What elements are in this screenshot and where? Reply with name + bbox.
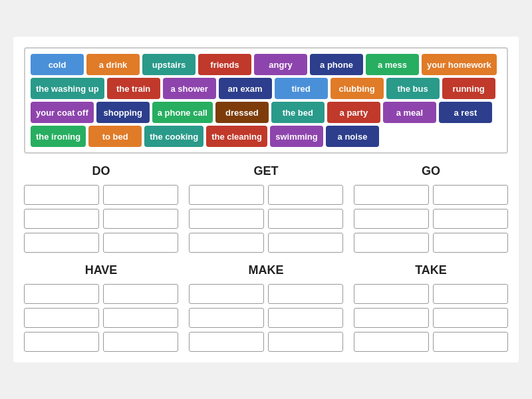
do-drop-grid [24, 185, 178, 253]
drop-box[interactable] [103, 284, 178, 304]
drop-box[interactable] [24, 308, 99, 328]
word-tile[interactable]: a phone call [152, 102, 213, 123]
word-tile[interactable]: the bus [386, 78, 440, 99]
word-tile[interactable]: a phone [310, 54, 363, 75]
drop-box[interactable] [24, 233, 99, 253]
drop-box[interactable] [354, 185, 429, 205]
category-get-title: GET [189, 164, 343, 178]
word-tile[interactable]: a noise [326, 126, 379, 147]
word-tile[interactable]: tired [275, 78, 328, 99]
drop-box[interactable] [354, 209, 429, 229]
word-tile[interactable]: friends [198, 54, 251, 75]
drop-box[interactable] [433, 185, 508, 205]
drop-box[interactable] [433, 233, 508, 253]
drop-box[interactable] [189, 308, 264, 328]
word-tile[interactable]: the ironing [31, 126, 86, 147]
word-tile[interactable]: the cleaning [206, 126, 267, 147]
drop-box[interactable] [103, 233, 178, 253]
drop-box[interactable] [268, 185, 343, 205]
word-tile[interactable]: the bed [271, 102, 325, 123]
drop-box[interactable] [433, 284, 508, 304]
drop-box[interactable] [268, 308, 343, 328]
main-container: colda drinkupstairsfriendsangrya phonea … [13, 37, 519, 362]
word-tile[interactable]: an exam [219, 78, 272, 99]
drop-box[interactable] [24, 332, 99, 352]
drop-box[interactable] [189, 233, 264, 253]
word-tile[interactable]: the cooking [144, 126, 203, 147]
word-tile[interactable]: your homework [422, 54, 497, 75]
category-take: TAKE [354, 263, 508, 352]
word-tile[interactable]: a party [327, 102, 380, 123]
have-drop-grid [24, 284, 178, 352]
word-tile[interactable]: dressed [215, 102, 269, 123]
category-make: MAKE [189, 263, 343, 352]
category-go: GO [354, 164, 508, 253]
word-tile[interactable]: a rest [439, 102, 492, 123]
word-tile[interactable]: swimming [270, 126, 323, 147]
make-drop-grid [189, 284, 343, 352]
drop-box[interactable] [103, 308, 178, 328]
drop-box[interactable] [103, 185, 178, 205]
word-tile[interactable]: a shower [163, 78, 216, 99]
drop-box[interactable] [268, 284, 343, 304]
get-drop-grid [189, 185, 343, 253]
word-tile[interactable]: your coat off [31, 102, 94, 123]
word-tile[interactable]: running [442, 78, 495, 99]
category-do: DO [24, 164, 178, 253]
tiles-area: colda drinkupstairsfriendsangrya phonea … [24, 47, 508, 154]
drop-box[interactable] [24, 209, 99, 229]
word-tile[interactable]: a mess [366, 54, 419, 75]
drop-box[interactable] [103, 332, 178, 352]
category-have: HAVE [24, 263, 178, 352]
categories-section-2: HAVE MAKE TAKE [24, 263, 508, 352]
category-go-title: GO [354, 164, 508, 178]
categories-section: DO GET GO [24, 164, 508, 253]
word-tile[interactable]: the train [107, 78, 160, 99]
drop-box[interactable] [268, 332, 343, 352]
drop-box[interactable] [433, 209, 508, 229]
word-tile[interactable]: a meal [383, 102, 436, 123]
category-take-title: TAKE [354, 263, 508, 277]
drop-box[interactable] [354, 308, 429, 328]
category-do-title: DO [24, 164, 178, 178]
word-tile[interactable]: upstairs [142, 54, 196, 75]
drop-box[interactable] [189, 332, 264, 352]
drop-box[interactable] [24, 284, 99, 304]
word-tile[interactable]: a drink [86, 54, 140, 75]
word-tile[interactable]: to bed [88, 126, 142, 147]
word-tile[interactable]: angry [254, 54, 307, 75]
drop-box[interactable] [433, 308, 508, 328]
category-have-title: HAVE [24, 263, 178, 277]
take-drop-grid [354, 284, 508, 352]
drop-box[interactable] [268, 209, 343, 229]
word-tile[interactable]: clubbing [331, 78, 384, 99]
drop-box[interactable] [189, 185, 264, 205]
drop-box[interactable] [103, 209, 178, 229]
drop-box[interactable] [24, 185, 99, 205]
word-tile[interactable]: the washing up [31, 78, 104, 99]
drop-box[interactable] [189, 284, 264, 304]
word-tile[interactable]: cold [31, 54, 84, 75]
drop-box[interactable] [268, 233, 343, 253]
go-drop-grid [354, 185, 508, 253]
drop-box[interactable] [354, 284, 429, 304]
category-get: GET [189, 164, 343, 253]
word-tile[interactable]: shopping [96, 102, 150, 123]
drop-box[interactable] [354, 233, 429, 253]
category-make-title: MAKE [189, 263, 343, 277]
drop-box[interactable] [354, 332, 429, 352]
drop-box[interactable] [189, 209, 264, 229]
drop-box[interactable] [433, 332, 508, 352]
